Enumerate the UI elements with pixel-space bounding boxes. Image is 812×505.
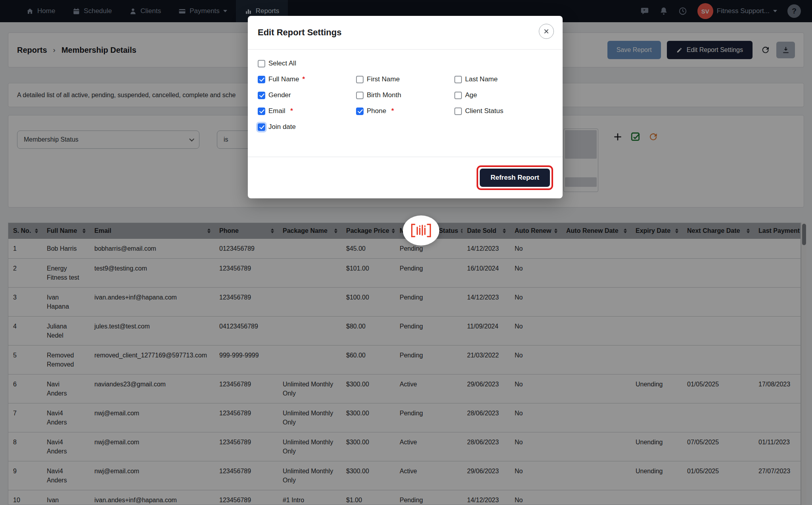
checkbox[interactable]: [356, 76, 364, 83]
required-asterisk: *: [389, 107, 394, 115]
field-checkbox-first-name[interactable]: First Name: [356, 75, 454, 83]
field-checkbox-join-date[interactable]: Join date: [258, 123, 362, 131]
required-asterisk: *: [302, 75, 305, 83]
checkbox[interactable]: [454, 76, 462, 83]
field-checkbox-birth-month[interactable]: Birth Month: [356, 91, 454, 99]
checkbox[interactable]: [258, 76, 265, 83]
checkbox[interactable]: [356, 92, 364, 99]
field-checkbox-gender[interactable]: Gender: [258, 91, 356, 99]
field-checkbox-email[interactable]: Email *: [258, 107, 356, 115]
checkbox[interactable]: [258, 60, 265, 67]
barcode-scan-icon: [410, 222, 433, 239]
field-checkbox-client-status[interactable]: Client Status: [454, 107, 553, 115]
required-asterisk: *: [289, 107, 293, 115]
field-checkbox-phone[interactable]: Phone *: [356, 107, 454, 115]
field-checkbox-full-name[interactable]: Full Name*: [258, 75, 356, 83]
modal-footer: Refresh Report: [248, 157, 563, 198]
modal-body: Select All Full Name*First NameLast Name…: [248, 50, 563, 131]
field-checkbox-grid: Full Name*First NameLast NameGenderBirth…: [258, 75, 553, 131]
field-checkbox-last-name[interactable]: Last Name: [454, 75, 553, 83]
checkbox[interactable]: [454, 92, 462, 99]
modal-title: Edit Report Settings: [258, 27, 341, 38]
select-all-checkbox[interactable]: Select All: [258, 60, 362, 67]
refresh-report-button[interactable]: Refresh Report: [480, 169, 550, 187]
field-checkbox-age[interactable]: Age: [454, 91, 553, 99]
loading-spinner: [403, 215, 439, 246]
checkbox[interactable]: [258, 123, 265, 131]
checkbox[interactable]: [356, 108, 364, 115]
checkbox[interactable]: [258, 92, 265, 99]
edit-report-settings-modal: Edit Report Settings Select All Full Nam…: [248, 16, 563, 198]
action-highlight-ring: Refresh Report: [477, 165, 553, 190]
checkbox[interactable]: [258, 108, 265, 115]
checkbox[interactable]: [454, 108, 462, 115]
modal-header: Edit Report Settings: [248, 16, 563, 50]
close-icon[interactable]: [539, 24, 554, 39]
